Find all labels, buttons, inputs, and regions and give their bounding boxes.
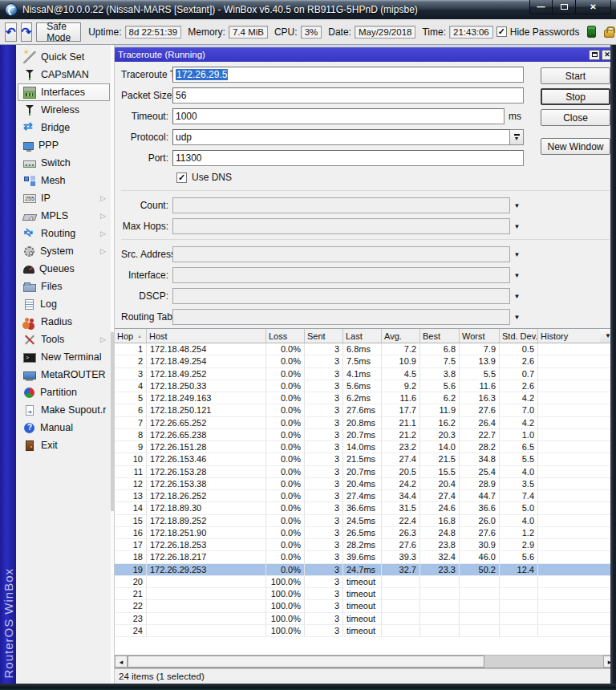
sidebar-item-manual[interactable]: Manual (18, 419, 110, 436)
sidebar-scrollbar[interactable] (111, 45, 114, 684)
traceroute-to-input[interactable]: 172.26.29.5 (172, 67, 524, 83)
redo-button[interactable]: ↷ (21, 22, 33, 42)
sidebar-item-switch[interactable]: Switch (18, 154, 110, 172)
sidebar-item-routing[interactable]: Routing▷ (18, 225, 110, 242)
table-row[interactable]: 15172.18.89.2520.0%324.5ms22.416.826.04.… (115, 515, 616, 527)
sidebar-item-mesh[interactable]: Mesh (18, 172, 110, 189)
port-input[interactable]: 11300 (172, 150, 524, 166)
sidebar-item-queues[interactable]: Queues (18, 260, 110, 278)
table-row[interactable]: 11172.26.153.280.0%320.7ms20.515.525.44.… (115, 466, 616, 478)
max-hops-input[interactable] (172, 218, 510, 234)
safe-mode-button[interactable]: Safe Mode (36, 22, 81, 42)
column-header-avg[interactable]: Avg. (382, 329, 420, 343)
sidebar-item-metarouter[interactable]: MetaROUTER (18, 366, 110, 384)
hide-passwords-checkbox[interactable]: ✓ (496, 26, 507, 37)
table-row[interactable]: 18172.26.18.2170.0%339.6ms39.332.446.05.… (115, 551, 616, 563)
column-header-worst[interactable]: Worst (460, 329, 500, 343)
column-header-loss[interactable]: Loss (266, 329, 305, 343)
cell-host: 172.26.151.28 (147, 441, 266, 453)
table-row[interactable]: 8172.26.65.2380.0%320.7ms21.220.322.71.0 (115, 429, 616, 441)
sidebar-item-log[interactable]: Log (18, 295, 110, 313)
use-dns-checkbox[interactable]: ✓ (176, 172, 187, 183)
dialog-restore-button[interactable] (589, 50, 600, 60)
column-header-history[interactable]: History (538, 329, 600, 343)
table-row[interactable]: 17172.26.18.2530.0%328.2ms27.623.830.92.… (115, 539, 616, 551)
window-titlebar[interactable]: NissaN@10.0.0.22 (NissaN-MARS [Sextant])… (0, 0, 616, 19)
minimize-button[interactable]: — (529, 0, 553, 14)
sidebar-item-system[interactable]: System▷ (18, 242, 110, 260)
timeout-input[interactable]: 1000 (172, 108, 505, 124)
table-row[interactable]: 5172.18.249.1630.0%36.2ms11.66.216.34.2 (115, 392, 616, 404)
table-row[interactable]: 4172.18.250.330.0%35.6ms9.25.611.62.6 (115, 380, 616, 392)
interface-input[interactable] (172, 267, 510, 283)
column-header-last[interactable]: Last (343, 329, 382, 343)
sidebar-item-radius[interactable]: Radius (18, 313, 110, 331)
protocol-select[interactable]: udp (172, 129, 510, 145)
table-row[interactable]: 16172.18.251.900.0%326.5ms26.324.827.61.… (115, 527, 616, 539)
table-row[interactable]: 7172.26.65.2520.0%320.8ms21.116.226.44.2 (115, 417, 616, 429)
cell-last: 6.2ms (343, 392, 382, 404)
sidebar-item-partition[interactable]: Partition (18, 384, 110, 401)
cell-sent: 3 (305, 625, 343, 636)
scroll-left-button[interactable]: ◂ (115, 656, 128, 668)
dscp-input[interactable] (172, 288, 510, 304)
new-window-button[interactable]: New Window (541, 138, 610, 155)
table-row[interactable]: 24100.0%3timeout (115, 625, 616, 637)
interface-dropdown-icon[interactable]: ▼ (510, 272, 524, 279)
table-row[interactable]: 6172.18.250.1210.0%327.6ms17.711.927.67.… (115, 404, 616, 416)
table-row[interactable]: 12172.26.153.380.0%320.4ms24.220.428.93.… (115, 478, 616, 490)
horizontal-scrollbar[interactable]: ◂ ▸ (115, 655, 616, 668)
sidebar-item-quick-set[interactable]: Quick Set (18, 48, 110, 66)
sidebar-item-make-supout[interactable]: Make Supout.rif (18, 401, 110, 419)
routing-table-input[interactable] (172, 309, 510, 325)
close-button[interactable]: Close (541, 109, 610, 126)
sidebar-item-mpls[interactable]: MPLS▷ (18, 207, 110, 225)
src-address-input[interactable] (172, 246, 510, 262)
scrollbar-track[interactable] (128, 656, 603, 668)
dialog-titlebar[interactable]: Traceroute (Running) ✕ (115, 47, 616, 62)
stop-button[interactable]: Stop (541, 88, 610, 105)
maximize-button[interactable] (553, 0, 575, 14)
table-row[interactable]: 1172.18.48.2540.0%36.8ms7.26.87.90.5 (115, 343, 616, 355)
table-row[interactable]: 22100.0%3timeout (115, 600, 616, 612)
max-hops-dropdown-icon[interactable]: ▼ (510, 223, 524, 230)
column-header-hop[interactable]: Hop▲ (115, 329, 147, 343)
sidebar-item-wireless[interactable]: Wireless (18, 101, 110, 119)
table-row[interactable]: 10172.26.153.460.0%321.5ms27.421.534.85.… (115, 453, 616, 465)
sidebar-item-new-terminal[interactable]: New Terminal (18, 348, 110, 366)
cell-worst (460, 613, 500, 624)
count-dropdown-icon[interactable]: ▼ (510, 202, 524, 209)
start-button[interactable]: Start (541, 67, 610, 84)
undo-button[interactable]: ↶ (5, 22, 17, 42)
table-row[interactable]: 13172.18.26.2520.0%327.4ms34.427.444.77.… (115, 490, 616, 502)
table-row[interactable]: 2172.18.49.2540.0%37.5ms10.97.513.92.6 (115, 355, 616, 367)
sidebar-item-tools[interactable]: Tools▷ (18, 331, 110, 348)
sidebar-item-bridge[interactable]: Bridge (18, 119, 110, 136)
sidebar-item-exit[interactable]: Exit (18, 436, 110, 454)
count-input[interactable] (172, 197, 510, 213)
column-header-best[interactable]: Best (420, 329, 460, 343)
close-window-button[interactable]: ✕ (575, 0, 611, 14)
table-row[interactable]: 3172.18.49.2520.0%34.1ms4.53.85.50.7 (115, 368, 616, 380)
sidebar-item-interfaces[interactable]: Interfaces (18, 83, 110, 101)
sidebar-item-ppp[interactable]: PPP (18, 136, 110, 154)
column-header-std-dev[interactable]: Std. Dev. (500, 329, 538, 343)
sidebar-item-ip[interactable]: IP▷ (18, 189, 110, 207)
table-row[interactable]: 23100.0%3timeout (115, 613, 616, 625)
table-row[interactable]: 21100.0%3timeout (115, 588, 616, 600)
table-row[interactable]: 20100.0%3timeout (115, 576, 616, 588)
table-row[interactable]: 9172.26.151.280.0%314.0ms23.214.028.26.5 (115, 441, 616, 453)
dscp-dropdown-icon[interactable]: ▼ (510, 293, 524, 300)
column-header-sent[interactable]: Sent (305, 329, 343, 343)
table-row[interactable]: 14172.18.89.300.0%336.6ms31.524.636.65.0 (115, 502, 616, 514)
routing-table-dropdown-icon[interactable]: ▼ (510, 314, 524, 321)
src-address-dropdown-icon[interactable]: ▼ (510, 251, 524, 258)
column-header-host[interactable]: Host (147, 329, 266, 343)
cell-history (538, 429, 616, 440)
table-row[interactable]: 19172.26.29.2530.0%324.7ms32.723.350.212… (115, 564, 616, 576)
scrollbar-thumb[interactable] (128, 656, 484, 668)
protocol-dropdown-button[interactable]: ▼ (510, 129, 524, 145)
sidebar-item-files[interactable]: Files (18, 278, 110, 295)
packet-size-input[interactable]: 56 (172, 87, 524, 104)
sidebar-item-capsman[interactable]: CAPsMAN (18, 66, 110, 83)
